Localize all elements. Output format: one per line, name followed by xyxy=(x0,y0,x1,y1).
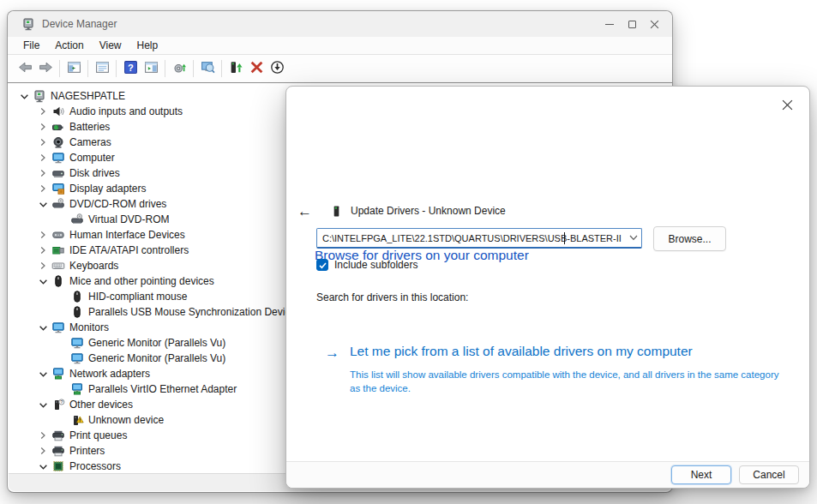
tree-item-label: Display adapters xyxy=(69,183,146,195)
display-icon xyxy=(51,182,65,195)
chevron-spacer xyxy=(55,290,69,303)
chevron-spacer xyxy=(55,351,69,365)
chevron-right-icon[interactable] xyxy=(36,166,50,180)
uninstall-device-button[interactable] xyxy=(246,58,267,79)
menu-item-file[interactable]: File xyxy=(15,38,47,53)
tree-item-label: IDE ATA/ATAPI controllers xyxy=(69,244,189,256)
chevron-right-icon[interactable] xyxy=(36,259,50,273)
let-me-pick-title[interactable]: Let me pick from a list of available dri… xyxy=(350,344,693,362)
window-title: Device Manager xyxy=(42,18,117,30)
chevron-right-icon[interactable] xyxy=(36,182,50,195)
scan-for-hardware-changes-icon xyxy=(201,60,215,78)
ide-icon xyxy=(51,243,65,257)
tree-item-label: Cameras xyxy=(69,136,111,148)
close-icon xyxy=(782,99,793,111)
cancel-button[interactable]: Cancel xyxy=(739,465,799,484)
maximize-button[interactable] xyxy=(621,13,643,35)
scan-for-hardware-changes-button[interactable] xyxy=(197,58,218,79)
tree-item-label: NAGESHPATLE xyxy=(51,90,125,102)
help-button[interactable]: ? xyxy=(120,58,141,79)
mouse-icon xyxy=(70,290,84,303)
disable-device-button[interactable] xyxy=(267,58,287,79)
tree-item-label: HID-compliant mouse xyxy=(88,291,187,303)
tree-item-label: Other devices xyxy=(69,399,133,411)
help-icon: ? xyxy=(123,60,138,78)
chevron-down-icon[interactable] xyxy=(36,398,50,411)
computer-root-icon xyxy=(33,89,46,103)
chevron-right-icon[interactable] xyxy=(36,151,50,165)
back-button[interactable] xyxy=(15,58,35,79)
chevron-down-icon[interactable] xyxy=(36,459,50,473)
tree-item-label: Print queues xyxy=(69,429,127,441)
properties-button[interactable] xyxy=(92,58,112,79)
chevron-right-icon[interactable] xyxy=(36,228,50,242)
tree-item-label: Mice and other pointing devices xyxy=(69,275,214,287)
tree-item-label: Parallels VirtIO Ethernet Adapter xyxy=(88,383,237,395)
dialog-footer: Next Cancel xyxy=(286,461,809,488)
close-icon xyxy=(650,20,659,29)
menu-item-help[interactable]: Help xyxy=(129,38,166,53)
include-subfolders-checkbox[interactable] xyxy=(316,259,328,271)
chevron-right-icon[interactable] xyxy=(36,105,50,118)
tree-item-label: Generic Monitor (Parallels Vu) xyxy=(88,337,225,349)
maximize-icon xyxy=(628,21,636,28)
monitor-icon xyxy=(51,151,65,165)
forward-button[interactable] xyxy=(35,58,56,79)
close-button[interactable] xyxy=(643,13,665,35)
next-button[interactable]: Next xyxy=(671,465,731,484)
dialog-close-button[interactable] xyxy=(777,94,797,115)
disk-icon xyxy=(51,166,65,180)
chevron-down-icon[interactable] xyxy=(17,89,31,103)
tree-item-label: Printers xyxy=(69,445,105,457)
chevron-down-icon[interactable] xyxy=(36,197,50,211)
driver-path-combobox[interactable] xyxy=(316,228,642,249)
show-console-tree-button[interactable] xyxy=(63,58,84,79)
chevron-right-icon[interactable] xyxy=(36,120,50,134)
let-me-pick-option[interactable]: → Let me pick from a list of available d… xyxy=(325,344,791,395)
enable-device-button[interactable] xyxy=(225,58,246,79)
chevron-right-icon[interactable] xyxy=(36,243,50,257)
hid-icon xyxy=(51,228,65,242)
tree-item-label: Disk drives xyxy=(69,167,120,179)
device-icon xyxy=(330,205,343,218)
update-driver-software-button[interactable] xyxy=(169,58,189,79)
chevron-spacer xyxy=(55,336,69,350)
show-action-pane-button[interactable] xyxy=(141,58,161,79)
toolbar-separator xyxy=(221,60,222,77)
browse-button[interactable]: Browse... xyxy=(653,226,726,251)
tree-item-label: Computer xyxy=(69,152,115,164)
minimize-icon xyxy=(605,24,614,25)
menu-bar: FileActionViewHelp xyxy=(8,37,672,55)
show-console-tree-icon xyxy=(67,60,81,78)
audio-icon xyxy=(51,105,65,118)
unknown-question-icon: ? xyxy=(51,398,65,411)
minimize-button[interactable] xyxy=(598,13,621,35)
chevron-down-icon[interactable] xyxy=(36,321,50,334)
chevron-down-icon[interactable] xyxy=(626,235,641,241)
update-driver-software-icon xyxy=(172,60,187,78)
include-subfolders-row: Include subfolders xyxy=(316,259,418,271)
chevron-right-icon[interactable] xyxy=(36,429,50,442)
tree-item-label: Parallels USB Mouse Synchronization Devi… xyxy=(88,306,296,318)
chevron-down-icon[interactable] xyxy=(36,367,50,381)
checkmark-icon xyxy=(318,261,327,270)
chevron-down-icon[interactable] xyxy=(36,274,50,288)
tree-item-label: Human Interface Devices xyxy=(69,229,185,241)
menu-item-view[interactable]: View xyxy=(92,38,129,53)
toolbar-separator xyxy=(193,60,194,77)
printer-icon xyxy=(51,444,65,458)
dvd-icon xyxy=(70,213,84,226)
let-me-pick-description: This list will show available drivers co… xyxy=(350,368,791,395)
menu-item-action[interactable]: Action xyxy=(47,38,91,53)
driver-path-input[interactable] xyxy=(317,229,626,247)
chevron-right-icon[interactable] xyxy=(36,135,50,149)
svg-text:?: ? xyxy=(128,62,134,72)
title-bar[interactable]: Device Manager xyxy=(8,11,672,37)
tree-item-label: Keyboards xyxy=(69,260,118,272)
chevron-spacer xyxy=(55,413,69,427)
chevron-right-icon[interactable] xyxy=(36,444,50,458)
back-arrow-icon[interactable]: ← xyxy=(297,204,312,219)
tree-item-label: Unknown device xyxy=(88,414,164,426)
dvd-icon xyxy=(51,197,65,211)
mouse-icon xyxy=(70,305,84,319)
